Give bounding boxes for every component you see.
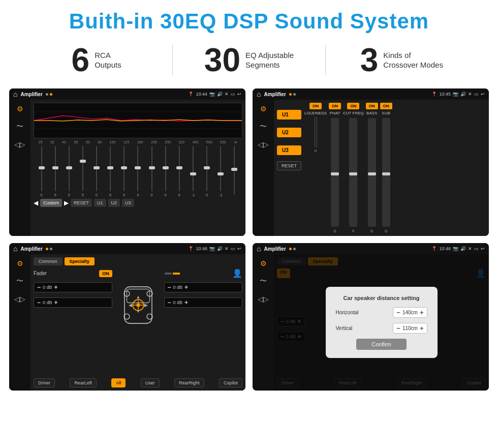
u2-btn-eq[interactable]: U2 xyxy=(108,199,120,207)
db-plus-fr[interactable]: + xyxy=(184,284,188,291)
dialog-horizontal-value: 140cm xyxy=(402,310,418,315)
back-icon[interactable]: ↩ xyxy=(237,92,241,97)
db-plus-fl[interactable]: + xyxy=(54,284,58,291)
dialog-vertical-plus[interactable]: + xyxy=(420,324,424,332)
ch-slider-phat[interactable] xyxy=(331,118,339,227)
minimize-icon-ch[interactable]: ▭ xyxy=(474,92,479,97)
minimize-icon-dialog[interactable]: ▭ xyxy=(474,246,479,251)
volume-icon-dialog: 🔊 xyxy=(460,246,466,251)
sidebar-vol-icon-fader[interactable]: ◁▷ xyxy=(14,295,25,303)
eq-slider-1[interactable]: 0 xyxy=(52,146,59,197)
minimize-icon-fader[interactable]: ▭ xyxy=(231,246,235,251)
ch-on-sub[interactable]: ON xyxy=(380,103,392,109)
reset-btn-eq[interactable]: RESET xyxy=(71,199,92,207)
sidebar-eq-icon-ch[interactable]: ⚙ xyxy=(260,105,267,113)
fader-on-btn[interactable]: ON xyxy=(99,270,112,277)
next-btn[interactable]: ▶ xyxy=(64,199,69,206)
home-icon-ch[interactable]: ⌂ xyxy=(257,90,261,98)
eq-slider-8[interactable]: 0 xyxy=(148,146,155,197)
tab-common[interactable]: Common xyxy=(34,257,63,265)
home-icon-dialog[interactable]: ⌂ xyxy=(257,245,261,253)
dialog-vertical-minus[interactable]: − xyxy=(396,324,400,332)
eq-slider-2[interactable]: 0 xyxy=(66,146,73,197)
sidebar-eq-icon-fader[interactable]: ⚙ xyxy=(17,259,23,267)
u3-btn[interactable]: U3 xyxy=(277,145,301,155)
profile-icon-fader[interactable]: 👤 xyxy=(232,268,242,278)
db-minus-rl[interactable]: − xyxy=(37,299,41,306)
dialog-horizontal-plus[interactable]: + xyxy=(420,309,424,316)
u1-btn-eq[interactable]: U1 xyxy=(94,199,106,207)
home-icon-fader[interactable]: ⌂ xyxy=(13,245,17,253)
close-icon-dialog[interactable]: ✕ xyxy=(468,246,472,251)
copilot-btn[interactable]: Copilot xyxy=(219,378,242,387)
eq-slider-6[interactable]: 0 xyxy=(120,146,128,197)
u2-btn[interactable]: U2 xyxy=(277,128,301,137)
eq-slider-14[interactable] xyxy=(231,146,238,197)
back-icon-fader[interactable]: ↩ xyxy=(237,246,241,251)
ch-on-bass[interactable]: ON xyxy=(366,103,378,109)
eq-slider-12[interactable]: 0 xyxy=(203,146,210,197)
ch-bass: ON BASS G xyxy=(366,103,378,233)
sidebar-eq-icon[interactable]: ⚙ xyxy=(17,105,23,113)
sidebar-wave-icon[interactable]: 〜 xyxy=(16,122,23,131)
ch-on-cutfreq[interactable]: ON xyxy=(347,103,359,109)
db-plus-rr[interactable]: + xyxy=(184,299,188,306)
rearleft-btn[interactable]: RearLeft xyxy=(70,378,97,387)
dialog-vertical-value: 110cm xyxy=(402,325,418,331)
db-plus-rl[interactable]: + xyxy=(54,299,58,306)
ch-on-loudness[interactable]: ON xyxy=(309,103,322,109)
db-minus-fr[interactable]: − xyxy=(168,284,171,291)
eq-slider-0[interactable]: 0 xyxy=(38,146,45,197)
sidebar-vol-icon-dialog[interactable]: ◁▷ xyxy=(258,295,269,303)
ch-slider-cutfreq[interactable] xyxy=(349,118,357,227)
reset-btn-ch[interactable]: RESET xyxy=(277,161,301,170)
back-icon-ch[interactable]: ↩ xyxy=(481,92,485,97)
prev-btn[interactable]: ◀ xyxy=(34,199,38,206)
close-icon[interactable]: ✕ xyxy=(225,92,229,97)
u1-btn[interactable]: U1 xyxy=(277,110,301,120)
custom-btn[interactable]: Custom xyxy=(40,199,62,207)
ch-slider-sub[interactable] xyxy=(382,118,390,227)
time-fader: 10:46 xyxy=(196,246,207,251)
close-icon-fader[interactable]: ✕ xyxy=(225,246,229,251)
rearright-btn[interactable]: RearRight xyxy=(174,378,204,387)
close-icon-ch[interactable]: ✕ xyxy=(468,92,472,97)
sidebar-vol-icon-ch[interactable]: ◁▷ xyxy=(258,140,269,148)
tab-specialty[interactable]: Specialty xyxy=(65,257,95,265)
camera-icon-ch: 📷 xyxy=(453,92,458,97)
eq-slider-3[interactable]: 5 xyxy=(79,146,86,197)
db-minus-fl[interactable]: − xyxy=(37,284,41,291)
home-icon[interactable]: ⌂ xyxy=(13,90,17,98)
screen-body-fader: ⚙ 〜 ◁▷ Common Specialty Fader ON xyxy=(9,254,245,391)
sidebar-wave-icon-ch[interactable]: 〜 xyxy=(260,122,267,131)
sidebar-wave-icon-dialog[interactable]: 〜 xyxy=(260,277,267,286)
main-ch: U1 U2 U3 RESET ON LOUDNESS xyxy=(274,100,489,236)
camera-icon-dialog: 📷 xyxy=(453,246,458,251)
eq-slider-4[interactable]: 0 xyxy=(93,146,100,197)
confirm-button[interactable]: Confirm xyxy=(356,339,407,350)
eq-slider-7[interactable]: 0 xyxy=(134,146,141,197)
status-right-eq: 📍 10:44 📷 🔊 ✕ ▭ ↩ xyxy=(188,92,241,97)
u3-btn-eq[interactable]: U3 xyxy=(122,199,134,207)
back-icon-dialog[interactable]: ↩ xyxy=(481,246,485,251)
sidebar-wave-icon-fader[interactable]: 〜 xyxy=(16,277,23,286)
minimize-icon[interactable]: ▭ xyxy=(231,92,235,97)
driver-btn[interactable]: Driver xyxy=(34,378,55,387)
sidebar-dialog: ⚙ 〜 ◁▷ xyxy=(253,254,274,391)
eq-slider-13[interactable]: -1 xyxy=(217,146,224,197)
screen-body-eq: ⚙ 〜 ◁▷ xyxy=(9,100,245,236)
eq-slider-5[interactable]: 0 xyxy=(107,146,114,197)
db-control-fl: − 0 dB + xyxy=(34,282,112,292)
sidebar-eq-icon-dialog[interactable]: ⚙ xyxy=(260,259,267,267)
all-btn[interactable]: All xyxy=(111,378,126,387)
db-minus-rr[interactable]: − xyxy=(168,299,171,306)
sidebar-vol-icon[interactable]: ◁▷ xyxy=(14,140,25,148)
main-dialog: Common Specialty ON 👤 −0 dB+ −0 dB+ xyxy=(274,254,489,391)
ch-on-phat[interactable]: ON xyxy=(329,103,341,109)
ch-slider-bass[interactable] xyxy=(368,118,376,227)
eq-slider-10[interactable]: 0 xyxy=(176,146,183,197)
dialog-horizontal-minus[interactable]: − xyxy=(396,309,400,316)
eq-slider-11[interactable]: -1 xyxy=(190,146,197,197)
user-btn[interactable]: User xyxy=(141,378,160,387)
eq-slider-9[interactable]: 0 xyxy=(162,146,169,197)
